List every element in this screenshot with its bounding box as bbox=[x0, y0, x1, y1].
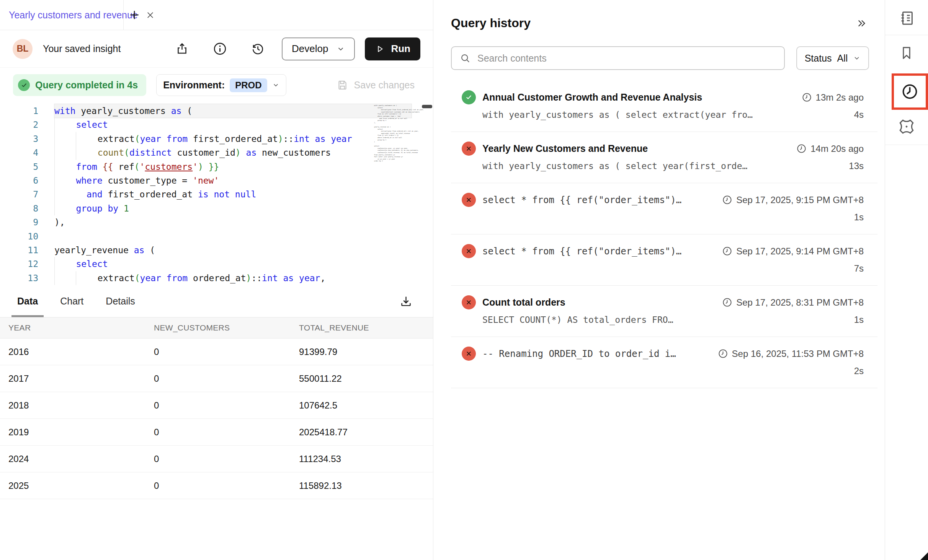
search-icon bbox=[460, 53, 471, 64]
code-line[interactable]: 4 count(distinct customer_id) as new_cus… bbox=[0, 146, 433, 160]
status-error-icon bbox=[462, 347, 476, 361]
results-table: YEARNEW_CUSTOMERSTOTAL_REVENUE 201609139… bbox=[0, 317, 433, 499]
code-text: with yearly_customers as ( bbox=[54, 104, 412, 118]
code-lines: 1with yearly_customers as (2 select3 ext… bbox=[0, 104, 433, 285]
history-item-title: select * from {{ ref("order_items")… bbox=[482, 246, 681, 257]
run-button[interactable]: Run bbox=[365, 37, 420, 60]
code-line[interactable]: 1with yearly_customers as ( bbox=[0, 104, 433, 118]
indent-guide bbox=[76, 132, 97, 146]
history-item-duration: 1s bbox=[854, 212, 864, 223]
line-number: 13 bbox=[0, 271, 38, 285]
code-line[interactable]: 2 select bbox=[0, 118, 433, 132]
code-line[interactable]: 10 bbox=[0, 230, 433, 243]
code-line[interactable]: 9), bbox=[0, 215, 433, 229]
collapse-panel-icon[interactable] bbox=[855, 18, 867, 29]
table-cell: 550011.22 bbox=[299, 373, 433, 384]
query-history-item[interactable]: select * from {{ ref("order_items")…Sep … bbox=[451, 183, 877, 234]
history-item-sub-row: 1s bbox=[462, 212, 864, 223]
table-cell: 91399.79 bbox=[299, 347, 433, 357]
clock-icon bbox=[796, 143, 807, 154]
history-item-title: Yearly New Customers and Revenue bbox=[482, 143, 648, 154]
search-input[interactable] bbox=[477, 53, 776, 64]
save-changes-label: Save changes bbox=[354, 80, 415, 91]
history-item-main-row: select * from {{ ref("order_items")…Sep … bbox=[462, 193, 864, 207]
table-row: 20170550011.22 bbox=[0, 365, 433, 392]
history-item-title: -- Renaming ORDER_ID to order_id i… bbox=[482, 348, 676, 359]
indent-guide bbox=[54, 257, 76, 271]
query-history-item[interactable]: -- Renaming ORDER_ID to order_id i…Sep 1… bbox=[451, 337, 877, 388]
notebook-icon[interactable] bbox=[885, 9, 928, 27]
code-line[interactable]: 6 where customer_type = 'new' bbox=[0, 174, 433, 187]
code-text: extract(year from first_ordered_at)::int… bbox=[54, 132, 412, 146]
new-tab-icon[interactable] bbox=[128, 8, 141, 21]
history-item-sub-row: 7s bbox=[462, 263, 864, 274]
tab-details[interactable]: Details bbox=[106, 285, 135, 317]
query-history-item[interactable]: Annual Customer Growth and Revenue Analy… bbox=[451, 81, 877, 132]
code-text: and first_ordered_at is not null bbox=[54, 187, 412, 201]
query-status-badge: Query completed in 4s bbox=[13, 74, 146, 96]
tab-data-label: Data bbox=[17, 296, 38, 307]
table-row: 20240111234.53 bbox=[0, 446, 433, 472]
line-number: 9 bbox=[0, 215, 38, 229]
code-line[interactable]: 5 from {{ ref('customers') }} bbox=[0, 160, 433, 174]
table-cell: 0 bbox=[154, 373, 299, 384]
query-history-item[interactable]: Count total ordersSep 17, 2025, 8:31 PM … bbox=[451, 286, 877, 337]
tab-divider bbox=[123, 0, 124, 30]
develop-button[interactable]: Develop bbox=[282, 37, 355, 60]
table-cell: 2025418.77 bbox=[299, 427, 433, 438]
indent-guide bbox=[54, 202, 76, 215]
status-filter-label: Status bbox=[805, 53, 832, 64]
history-item-main-row: Annual Customer Growth and Revenue Analy… bbox=[462, 90, 864, 104]
tab-chart[interactable]: Chart bbox=[60, 285, 83, 317]
table-cell: 2024 bbox=[8, 454, 154, 464]
line-number: 12 bbox=[0, 257, 38, 271]
status-error-icon bbox=[462, 295, 476, 309]
history-item-query-preview: SELECT COUNT(*) AS total_orders FRO… bbox=[482, 315, 673, 325]
history-item-main-row: select * from {{ ref("order_items")…Sep … bbox=[462, 244, 864, 258]
status-error-icon bbox=[462, 193, 476, 207]
history-clock-icon[interactable] bbox=[901, 83, 919, 101]
status-filter-dropdown[interactable]: Status All bbox=[796, 46, 869, 70]
tab-details-label: Details bbox=[106, 296, 135, 307]
explore-icon[interactable] bbox=[885, 118, 928, 135]
code-line[interactable]: 12 select bbox=[0, 257, 433, 271]
code-text bbox=[54, 230, 412, 243]
code-line[interactable]: 7 and first_ordered_at is not null bbox=[0, 187, 433, 201]
indent-guide bbox=[54, 118, 76, 132]
run-label: Run bbox=[391, 43, 410, 55]
download-icon[interactable] bbox=[399, 295, 413, 308]
code-line[interactable]: 8 group by 1 bbox=[0, 202, 433, 215]
code-text: where customer_type = 'new' bbox=[54, 174, 412, 187]
code-text: group by 1 bbox=[54, 202, 412, 215]
info-icon[interactable] bbox=[213, 42, 227, 56]
query-history-list: Annual Customer Growth and Revenue Analy… bbox=[451, 81, 877, 388]
code-text: ), bbox=[54, 215, 412, 229]
bookmark-icon[interactable] bbox=[885, 44, 928, 61]
close-tab-icon[interactable] bbox=[145, 10, 155, 20]
code-line[interactable]: 13 extract(year from ordered_at)::int as… bbox=[0, 271, 433, 285]
code-line[interactable]: 3 extract(year from first_ordered_at)::i… bbox=[0, 132, 433, 146]
query-history-item[interactable]: Yearly New Customers and Revenue14m 20s … bbox=[451, 132, 877, 183]
header-actions bbox=[175, 42, 265, 56]
table-row: 20250115892.13 bbox=[0, 472, 433, 499]
query-history-title: Query history bbox=[451, 16, 531, 30]
share-icon[interactable] bbox=[175, 42, 189, 56]
history-item-sub-row: SELECT COUNT(*) AS total_orders FRO…1s bbox=[462, 314, 864, 325]
scrollbar-cursor-marker[interactable] bbox=[422, 105, 432, 108]
query-history-item[interactable]: select * from {{ ref("order_items")…Sep … bbox=[451, 234, 877, 286]
history-item-timestamp: Sep 17, 2025, 8:31 PM GMT+8 bbox=[722, 297, 864, 308]
timestamp-text: 14m 20s ago bbox=[810, 143, 864, 154]
version-history-icon[interactable] bbox=[251, 42, 265, 56]
history-item-duration: 13s bbox=[849, 161, 864, 171]
save-changes-button[interactable]: Save changes bbox=[337, 79, 415, 91]
tab-data[interactable]: Data bbox=[17, 285, 38, 317]
code-text: select bbox=[54, 257, 412, 271]
table-header-row: YEARNEW_CUSTOMERSTOTAL_REVENUE bbox=[0, 317, 433, 339]
table-row: 20180107642.5 bbox=[0, 392, 433, 419]
environment-selector[interactable]: Environment: PROD bbox=[156, 74, 286, 96]
rail-divider bbox=[885, 145, 928, 145]
search-box bbox=[451, 46, 785, 70]
code-line[interactable]: 11yearly_revenue as ( bbox=[0, 243, 433, 257]
timestamp-text: 13m 2s ago bbox=[816, 92, 864, 103]
sql-code-editor[interactable]: 1with yearly_customers as (2 select3 ext… bbox=[0, 103, 433, 285]
